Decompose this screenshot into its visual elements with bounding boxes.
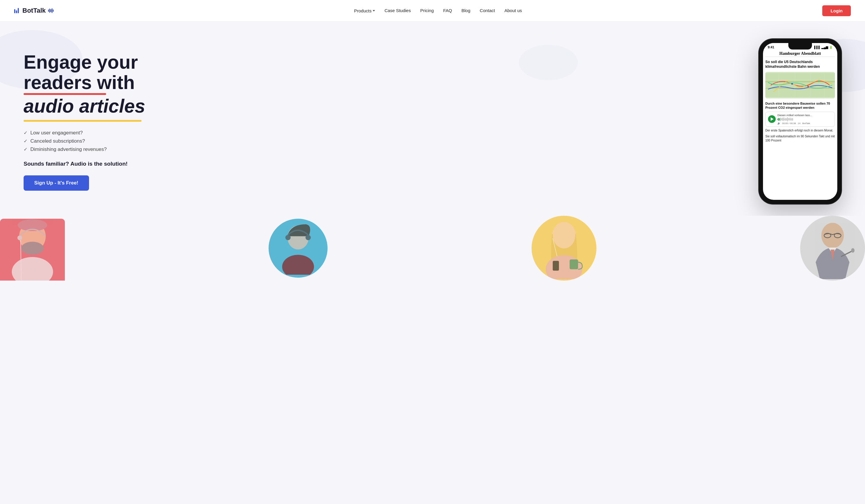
check-icon-1: ✓ xyxy=(24,130,27,136)
audio-speed: 1X xyxy=(798,122,801,125)
svg-rect-0 xyxy=(765,73,835,97)
cloud-decoration xyxy=(519,45,578,80)
navbar: BotTalk Products Case Studies Pricing FA… xyxy=(0,0,865,21)
contact-link[interactable]: Contact xyxy=(480,8,495,13)
play-button[interactable] xyxy=(768,115,776,123)
svg-rect-28 xyxy=(553,261,559,271)
nav-item-products[interactable]: Products xyxy=(354,8,375,13)
newspaper-name: Hamburger Abendblatt xyxy=(780,51,821,56)
play-icon xyxy=(771,117,774,121)
article-subtitle: Durch eine besondere Bauweise sollen 70 … xyxy=(765,102,835,110)
article-text-2: Sie soll vollautomatisch im 90 Sekunden … xyxy=(765,134,835,143)
audio-meta: 🔊 00:00 / 00:38 1X BotTalk xyxy=(777,122,832,125)
login-button[interactable]: Login xyxy=(822,5,851,16)
svg-point-3 xyxy=(791,83,793,85)
volume-icon: 🔊 xyxy=(777,122,780,125)
audio-info: Diesen Artikel vorlesen lass... xyxy=(777,114,832,125)
check-icon-2: ✓ xyxy=(24,138,27,144)
logo-bars-icon xyxy=(14,8,19,13)
heading-line3: audio articles xyxy=(24,95,145,117)
phone-screen: 9:41 ▌▌▌ ▂▄▆ 🔋 Hamburger Abendblatt So s… xyxy=(763,43,837,200)
svg-point-5 xyxy=(818,81,820,82)
pricing-link[interactable]: Pricing xyxy=(420,8,434,13)
checklist-item-2: ✓ Canceled subscriptions? xyxy=(24,138,212,144)
person-silhouette-1 xyxy=(0,219,65,281)
article-text-1: Der erste Spatenstich erfolgt noch in di… xyxy=(765,129,835,133)
case-studies-link[interactable]: Case Studies xyxy=(384,8,411,13)
logo-wave-icon xyxy=(48,8,54,13)
hero-content: Engage your readers with audio articles … xyxy=(24,52,212,190)
phone-mockup: 9:41 ▌▌▌ ▂▄▆ 🔋 Hamburger Abendblatt So s… xyxy=(759,39,841,204)
phone-content: Hamburger Abendblatt So soll die U5 Deut… xyxy=(763,50,837,200)
nav-links: Products Case Studies Pricing FAQ Blog C… xyxy=(354,8,522,13)
people-section xyxy=(0,216,865,281)
checklist-item-3: ✓ Diminishing advertising revenues? xyxy=(24,146,212,152)
svg-point-22 xyxy=(282,255,314,275)
person-card-2 xyxy=(268,219,327,278)
svg-point-29 xyxy=(821,223,844,248)
person-silhouette-2 xyxy=(268,219,327,278)
nav-item-case-studies[interactable]: Case Studies xyxy=(384,8,411,13)
newspaper-header: Hamburger Abendblatt xyxy=(765,50,835,57)
svg-point-16 xyxy=(12,257,53,281)
phone-notch xyxy=(788,43,812,49)
hero-heading: Engage your readers with audio articles xyxy=(24,52,212,116)
svg-point-15 xyxy=(21,242,44,255)
person-card-4 xyxy=(800,216,865,281)
phone-time: 9:41 xyxy=(768,45,774,49)
underline-red-decoration xyxy=(24,93,106,95)
svg-rect-14 xyxy=(19,223,46,227)
audio-label: Diesen Artikel vorlesen lass... xyxy=(777,114,832,117)
audio-player[interactable]: Diesen Artikel vorlesen lass... xyxy=(765,112,835,127)
heading-line1: Engage your xyxy=(24,51,138,73)
nav-item-faq[interactable]: FAQ xyxy=(443,8,452,13)
signup-button[interactable]: Sign Up - It's Free! xyxy=(24,175,89,191)
map-svg xyxy=(765,72,835,98)
svg-point-4 xyxy=(808,86,809,87)
svg-point-21 xyxy=(306,235,311,240)
logo-text: BotTalk xyxy=(22,7,46,14)
article-title: So soll die U5 Deutschlands klimafreundl… xyxy=(765,60,835,69)
underline-yellow-decoration xyxy=(24,120,141,122)
phone-frame: 9:41 ▌▌▌ ▂▄▆ 🔋 Hamburger Abendblatt So s… xyxy=(759,39,841,204)
blog-link[interactable]: Blog xyxy=(461,8,470,13)
chevron-down-icon xyxy=(373,10,375,12)
audio-time: 00:00 / 00:38 xyxy=(782,122,796,125)
nav-item-blog[interactable]: Blog xyxy=(461,8,470,13)
svg-point-24 xyxy=(553,223,575,248)
faq-link[interactable]: FAQ xyxy=(443,8,452,13)
checklist-item-1: ✓ Low user engagement? xyxy=(24,130,212,136)
audio-brand: BotTalk xyxy=(803,122,810,125)
heading-line2: readers with xyxy=(24,72,135,93)
check-icon-3: ✓ xyxy=(24,146,27,152)
audio-waveform xyxy=(777,117,832,121)
person-card-3 xyxy=(532,216,597,281)
about-us-link[interactable]: About us xyxy=(505,8,522,13)
logo[interactable]: BotTalk xyxy=(14,7,54,14)
nav-item-pricing[interactable]: Pricing xyxy=(420,8,434,13)
nav-item-about-us[interactable]: About us xyxy=(505,8,522,13)
article-map xyxy=(765,72,835,98)
person-silhouette-4 xyxy=(800,216,865,281)
checklist: ✓ Low user engagement? ✓ Canceled subscr… xyxy=(24,130,212,152)
svg-point-33 xyxy=(851,248,854,253)
svg-rect-27 xyxy=(569,259,578,269)
svg-point-20 xyxy=(285,235,291,240)
products-link[interactable]: Products xyxy=(354,8,375,13)
sounds-familiar-text: Sounds familiar? Audio is the solution! xyxy=(24,161,212,167)
person-card-1 xyxy=(0,219,65,281)
hero-section: Engage your readers with audio articles … xyxy=(0,21,865,216)
nav-item-contact[interactable]: Contact xyxy=(480,8,495,13)
person-silhouette-3 xyxy=(532,216,597,281)
svg-point-17 xyxy=(18,235,22,240)
phone-icons: ▌▌▌ ▂▄▆ 🔋 xyxy=(814,46,833,49)
